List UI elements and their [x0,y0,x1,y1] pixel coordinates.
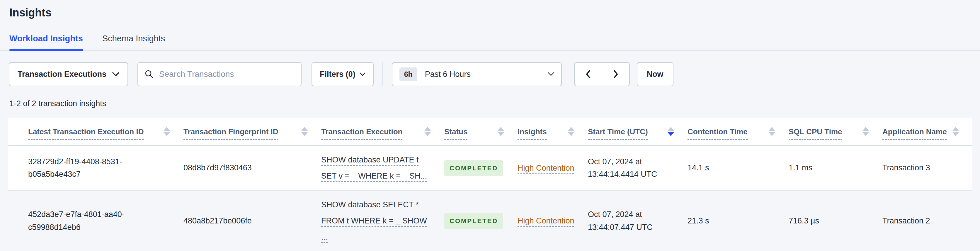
transaction-insights-table: Latest Transaction Execution ID Transact… [8,118,972,251]
sort-arrows-icon[interactable] [164,127,170,136]
status-cell: COMPLETED [444,154,517,182]
transaction-execution-link[interactable]: SHOW database UPDATE t SET v = _ WHERE k… [321,155,427,180]
transaction-execution-link[interactable]: SHOW database SELECT * FROM t WHERE k = … [321,200,427,241]
latest-transaction-execution-id-cell: 328729d2-ff19-4408-8531-b05a5b4e43c7 [28,150,183,187]
sort-arrows-icon[interactable] [953,127,959,136]
time-range-pager [574,62,630,86]
table-row: 328729d2-ff19-4408-8531-b05a5b4e43c7 08d… [8,146,972,191]
search-icon [145,69,154,79]
table-header-row: Latest Transaction Execution ID Transact… [8,118,972,146]
contention-time-cell: 14.1 s [687,156,789,180]
chevron-down-icon [548,72,554,76]
column-header-label: SQL CPU Time [789,127,842,140]
column-header-label: Insights [517,127,547,140]
table-row: 452da3e7-e7fa-4801-aa40-c59988d14eb6 480… [8,191,972,251]
next-time-range-button[interactable] [601,62,630,86]
chevron-right-icon [613,70,619,78]
view-type-dropdown-label: Transaction Executions [18,70,107,79]
status-badge: COMPLETED [444,213,503,229]
column-header[interactable]: Status [444,118,517,145]
page-title: Insights [10,6,980,19]
sort-arrows-icon[interactable] [862,127,869,136]
filters-button-label: Filters (0) [320,70,355,79]
column-header[interactable]: Application Name [882,118,972,145]
insights-cell: High Contention [517,208,588,234]
sql-cpu-time-cell: 716.3 µs [789,209,882,233]
sort-arrows-icon[interactable] [498,127,504,136]
view-type-dropdown[interactable]: Transaction Executions [9,62,128,86]
sort-arrows-icon[interactable] [568,127,574,136]
search-input[interactable] [159,69,294,79]
results-summary: 1-2 of 2 transaction insights [10,99,980,108]
sort-arrows-icon[interactable] [424,127,431,136]
time-range-picker[interactable]: 6h Past 6 Hours [392,62,562,86]
transaction-fingerprint-id-cell: 480a8b217be006fe [183,209,321,233]
time-range-label: Past 6 Hours [425,70,471,79]
insights-cell: High Contention [517,155,588,182]
transaction-execution-cell: SHOW database UPDATE t SET v = _ WHERE k… [321,146,444,190]
column-header-label: Start Time (UTC) [588,127,648,140]
column-header[interactable]: Latest Transaction Execution ID [28,118,183,145]
latest-transaction-execution-id-cell: 452da3e7-e7fa-4801-aa40-c59988d14eb6 [28,202,183,240]
application-name-cell: Transaction 3 [882,156,972,180]
toolbar: Transaction Executions Filters (0) 6h Pa… [9,62,970,86]
sort-arrows-icon[interactable] [668,127,674,136]
column-header-label: Status [444,127,468,140]
chevron-left-icon [585,70,591,78]
insight-link[interactable]: High Contention [517,213,574,229]
time-range-badge: 6h [399,67,417,81]
transaction-fingerprint-id-cell: 08d8b7d97f830463 [183,156,321,180]
column-header-label: Transaction Fingerprint ID [183,127,278,140]
status-badge: COMPLETED [444,160,503,176]
sql-cpu-time-cell: 1.1 ms [789,156,882,180]
column-header-label: Contention Time [687,127,748,140]
toolbar-divider [382,62,383,86]
column-header[interactable]: Insights [517,118,588,145]
application-name-cell: Transaction 2 [882,209,972,233]
now-button-label: Now [647,70,663,79]
sort-arrows-icon[interactable] [301,127,308,136]
tab-schema-insights[interactable]: Schema Insights [102,34,165,50]
column-header[interactable]: SQL CPU Time [789,118,882,145]
start-time-cell: Oct 07, 2024 at 13:44:07.447 UTC [588,202,687,240]
column-header-label: Transaction Execution [321,127,402,140]
column-header[interactable]: Start Time (UTC) [588,118,687,145]
contention-time-cell: 21.3 s [687,209,789,233]
column-header-label: Latest Transaction Execution ID [28,127,143,140]
status-cell: COMPLETED [444,207,517,235]
table-body: 328729d2-ff19-4408-8531-b05a5b4e43c7 08d… [8,146,972,251]
sort-arrows-icon[interactable] [769,127,775,136]
insight-link[interactable]: High Contention [517,161,574,176]
start-time-cell: Oct 07, 2024 at 13:44:14.4414 UTC [588,150,687,187]
previous-time-range-button[interactable] [574,62,602,86]
tab-workload-insights[interactable]: Workload Insights [10,34,83,50]
chevron-down-icon [112,72,119,77]
now-button[interactable]: Now [637,62,673,86]
column-header[interactable]: Transaction Fingerprint ID [183,118,321,145]
search-box[interactable] [137,62,302,86]
insights-tabs: Workload Insights Schema Insights [0,34,980,51]
chevron-down-icon [360,72,366,76]
column-header-label: Application Name [882,127,947,140]
filters-button[interactable]: Filters (0) [312,62,374,86]
column-header[interactable]: Contention Time [687,118,789,145]
transaction-execution-cell: SHOW database SELECT * FROM t WHERE k = … [321,191,444,251]
column-header[interactable]: Transaction Execution [321,118,444,145]
